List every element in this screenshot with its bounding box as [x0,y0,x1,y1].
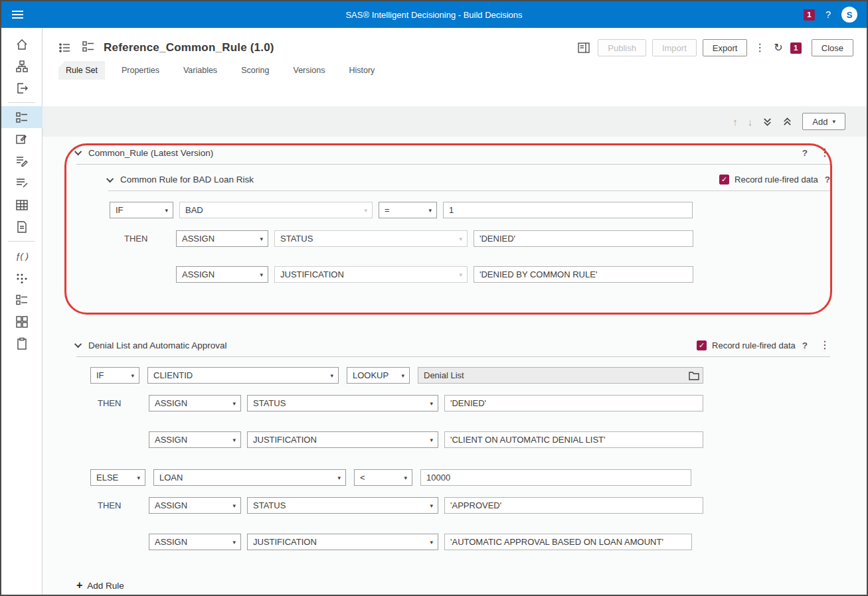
application-top-bar: SAS® Intelligent Decisioning - Build Dec… [1,1,867,28]
variable-select[interactable]: STATUS▾ [247,497,438,514]
chevron-down-icon: ▾ [832,118,835,125]
variable-value: JUSTIFICATION [253,435,317,445]
action-select[interactable]: ASSIGN▾ [176,230,268,247]
else-condition-row: ELSE▾ LOAN▾ <▾ [90,469,830,486]
tab-history[interactable]: History [341,61,382,80]
action-select[interactable]: ASSIGN▾ [176,266,268,283]
hamburger-menu-icon[interactable] [1,1,33,28]
outline-list-icon[interactable] [57,41,73,54]
chevron-down-icon: ▾ [137,475,140,481]
keyword-select[interactable]: IF▾ [110,202,173,218]
hierarchy-icon [15,60,29,73]
then-action-row: THEN ASSIGN▾ STATUS▾ [98,497,830,514]
chevron-down-icon: ▾ [459,236,462,242]
rule-set-icon [15,111,29,124]
rule-header: Common Rule for BAD Loan Risk ✓ Record r… [108,165,830,191]
sidebar-item-messages[interactable] [1,172,43,194]
value-input[interactable] [420,469,691,486]
document-header: Reference_Common_Rule (1.0) Publish Impo… [43,28,867,60]
dots-grid-icon [15,271,29,285]
variable-select[interactable]: LOAN▾ [153,469,346,486]
more-options-icon[interactable]: ⋮ [820,340,830,350]
operator-select[interactable]: <▾ [354,469,412,486]
value-input[interactable] [444,431,703,448]
move-down-icon[interactable]: ↓ [748,116,753,127]
notification-badge[interactable]: 1 [804,9,815,21]
sidebar-item-treatments[interactable] [1,128,43,150]
variable-select[interactable]: CLIENTID▾ [147,367,339,384]
record-rule-fired-checkbox[interactable]: ✓ [697,340,707,350]
variable-select[interactable]: JUSTIFICATION▾ [247,534,438,550]
chevron-down-icon[interactable] [74,148,82,155]
more-options-icon[interactable]: ⋮ [753,42,766,53]
help-icon[interactable]: ? [802,340,808,350]
action-select[interactable]: ASSIGN▾ [149,395,241,411]
variable-value: BAD [185,205,203,215]
variable-select[interactable]: BAD▾ [179,202,373,218]
publish-button[interactable]: Publish [598,39,646,56]
sidebar-item-functions[interactable]: ƒ( ) [1,245,43,267]
sidebar-item-treatment-groups[interactable] [1,150,43,172]
reference-panel-icon[interactable] [576,41,592,54]
value-input[interactable] [474,266,693,283]
keyword-select[interactable]: IF▾ [90,367,139,384]
document-actions: Publish Import Export ⋮ ↻ 1 Close [576,39,853,56]
sidebar-item-rule-sets[interactable] [1,106,43,128]
sidebar-item-lookup-tables[interactable] [1,194,43,216]
value-input[interactable] [443,202,693,218]
refresh-icon[interactable]: ↻ [772,42,784,53]
operator-select[interactable]: LOOKUP▾ [347,367,410,384]
action-select[interactable]: ASSIGN▾ [149,534,241,550]
move-up-icon[interactable]: ↑ [733,116,738,127]
value-input[interactable] [444,534,692,550]
keyword-select[interactable]: ELSE▾ [90,469,145,486]
variable-select[interactable]: STATUS▾ [274,230,468,247]
tab-variables[interactable]: Variables [176,61,224,80]
sidebar-item-deployments[interactable] [1,311,43,333]
add-rule-button[interactable]: + Add Rule [76,579,830,591]
sidebar-item-publish[interactable] [1,77,43,99]
chevron-down-icon: ▾ [232,400,236,407]
operator-select[interactable]: =▾ [379,202,437,218]
sidebar-item-code-files[interactable] [1,216,43,238]
tab-properties[interactable]: Properties [114,61,167,80]
value-input[interactable] [444,497,703,514]
variable-select[interactable]: STATUS▾ [247,395,438,411]
sidebar-item-decision-flows[interactable] [1,55,43,77]
value-input[interactable] [474,230,693,247]
action-select[interactable]: ASSIGN▾ [149,497,241,514]
check-icon: ✓ [721,175,727,184]
sidebar-item-tasks[interactable] [1,289,43,311]
help-icon[interactable]: ? [825,9,831,20]
export-button[interactable]: Export [703,39,748,56]
chevron-down-icon: ▾ [430,539,433,546]
sidebar-item-data[interactable] [1,267,43,289]
sidebar-item-jobs[interactable] [1,333,43,354]
user-avatar[interactable]: S [841,7,857,23]
help-icon[interactable]: ? [825,175,830,185]
action-value: ASSIGN [182,234,215,244]
then-label: THEN [98,500,143,510]
sidebar-item-home[interactable] [1,33,43,55]
collapse-all-icon[interactable] [762,117,772,127]
record-rule-fired-checkbox[interactable]: ✓ [719,175,729,185]
variable-select[interactable]: JUSTIFICATION▾ [274,266,468,283]
tab-rule-set[interactable]: Rule Set [58,61,105,80]
import-button[interactable]: Import [652,39,697,56]
value-input[interactable] [444,395,703,411]
variable-value: STATUS [253,500,286,510]
expand-all-icon[interactable] [782,117,792,127]
chevron-down-icon[interactable] [106,175,114,182]
tab-scoring[interactable]: Scoring [234,61,276,80]
tab-versions[interactable]: Versions [286,61,333,80]
clipboard-icon [15,337,29,350]
chevron-down-icon[interactable] [74,340,82,348]
lookup-table-field[interactable]: Denial List [418,367,703,384]
folder-icon[interactable] [689,371,699,380]
variable-select[interactable]: JUSTIFICATION▾ [247,431,438,448]
more-options-icon[interactable]: ⋮ [820,147,830,158]
help-icon[interactable]: ? [802,148,808,158]
add-button[interactable]: Add▾ [802,113,845,130]
action-select[interactable]: ASSIGN▾ [149,431,241,448]
close-button[interactable]: Close [812,39,853,56]
